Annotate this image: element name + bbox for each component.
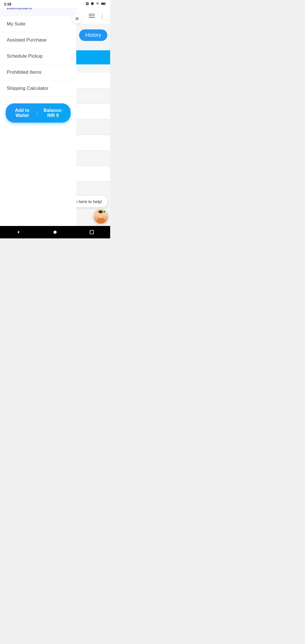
status-icons bbox=[85, 2, 106, 6]
bottom-navigation bbox=[0, 226, 110, 238]
sidebar-item-my-suite[interactable]: My Suite bbox=[0, 16, 76, 32]
svg-marker-9 bbox=[18, 231, 19, 234]
svg-rect-1 bbox=[105, 3, 106, 4]
hamburger-icon[interactable] bbox=[89, 14, 95, 18]
back-button[interactable] bbox=[13, 227, 24, 238]
sidebar-item-assisted-purchase[interactable]: Assisted Purchase bbox=[0, 32, 76, 48]
wallet-balance: Balance: INR 0 bbox=[41, 108, 65, 118]
svg-rect-8 bbox=[100, 216, 102, 218]
svg-point-7 bbox=[97, 217, 105, 223]
wallet-divider bbox=[37, 110, 37, 116]
recents-button[interactable] bbox=[86, 227, 97, 238]
svg-rect-11 bbox=[90, 230, 94, 234]
home-button[interactable] bbox=[49, 227, 61, 238]
avatar-button[interactable] bbox=[93, 208, 109, 224]
drawer-close-button[interactable] bbox=[72, 14, 82, 24]
status-bar: 1:15 bbox=[0, 0, 110, 8]
history-button-bg: History bbox=[79, 29, 107, 41]
svg-rect-2 bbox=[101, 3, 105, 4]
sidebar-item-prohibited-items[interactable]: Prohibited Items bbox=[0, 64, 76, 80]
svg-point-10 bbox=[54, 231, 57, 234]
wifi-icon bbox=[95, 2, 100, 6]
status-time: 1:15 bbox=[4, 2, 11, 6]
navigation-drawer: Dashboard My Suite Assisted Purchase Sch… bbox=[0, 0, 76, 238]
sidebar-item-shipping-calculator[interactable]: Shipping Calculator bbox=[0, 80, 76, 97]
more-options-icon[interactable]: ⋮ bbox=[99, 12, 106, 19]
wallet-label: Add to Wallet bbox=[11, 108, 33, 118]
add-to-wallet-button[interactable]: Add to Wallet Balance: INR 0 bbox=[6, 103, 71, 123]
sidebar-item-schedule-pickup[interactable]: Schedule Pickup bbox=[0, 48, 76, 64]
avatar-online-dot bbox=[103, 210, 106, 214]
settings-icon bbox=[85, 2, 89, 6]
battery-icon bbox=[101, 2, 106, 6]
shield-icon bbox=[91, 2, 94, 6]
